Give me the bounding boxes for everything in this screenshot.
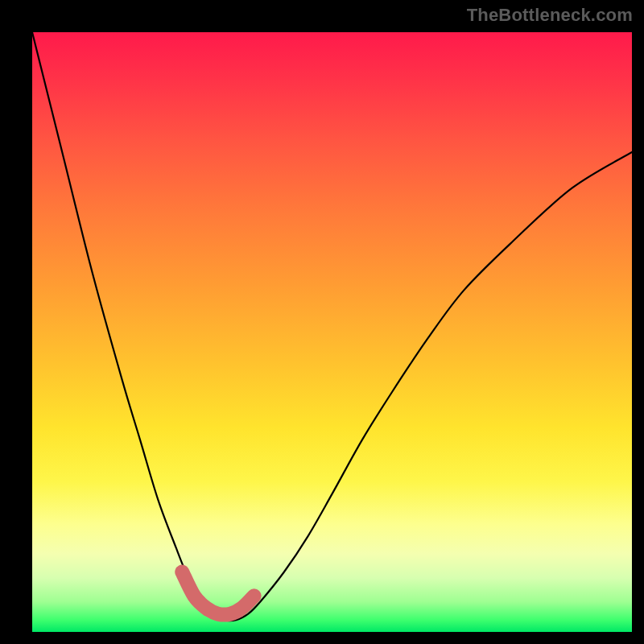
chart-frame: TheBottleneck.com (0, 0, 644, 644)
plot-area (32, 32, 632, 632)
optimum-band-path (182, 572, 254, 615)
watermark-text: TheBottleneck.com (467, 5, 633, 26)
curve-layer (32, 32, 632, 632)
bottleneck-curve-path (32, 32, 632, 621)
